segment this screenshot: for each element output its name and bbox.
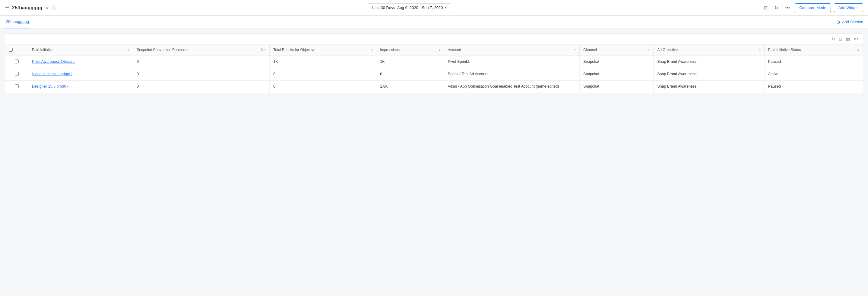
date-range-label: Last 30 Days: Aug 9, 2020 - Sep 7, 2020 [372, 5, 443, 10]
main-content: ↻ ⊟ ▦ ••• Paid Initiative ▾ [0, 28, 868, 98]
table-row: Pivot Awareness Object...01K1KPivot Spri… [5, 56, 863, 68]
add-section-button[interactable]: ⊕ Add Section [836, 19, 863, 25]
widget-more-button[interactable]: ••• [854, 36, 858, 42]
row-checkbox[interactable] [15, 72, 19, 76]
cell-total-results: 0 [270, 68, 376, 81]
row-checkbox[interactable] [15, 59, 19, 63]
cell-ad-objective: Snap Brand Awareness [654, 56, 765, 68]
header-left: ☰ 25thauggggg ★ ⓘ [5, 5, 56, 10]
date-range-button[interactable]: Last 30 Days: Aug 9, 2020 - Sep 7, 2020 … [368, 3, 451, 12]
cell-total-results: 0 [270, 81, 376, 93]
cell-paid-initiative-status: Active [764, 68, 863, 81]
tab-bar: 25thauggggg ⊕ Add Section [0, 16, 868, 28]
col-header-total-results: Total Results for Objective ▾ [270, 45, 376, 56]
select-all-header [5, 45, 28, 56]
cell-account: Vikas - App Optimization Goal enabled Te… [444, 81, 579, 93]
chevron-down-icon: ▾ [445, 6, 447, 10]
hamburger-icon[interactable]: ☰ [5, 5, 9, 10]
col-header-ad-objective: Ad Objective ▾ [654, 45, 765, 56]
chevron-down-icon[interactable]: ▾ [264, 48, 266, 52]
cell-total-results: 1K [270, 56, 376, 68]
table-row: Designer 15.5 prod0 - ...001.8KVikas - A… [5, 81, 863, 93]
cell-snapchat-conversion: 0 [133, 56, 270, 68]
compare-mode-button[interactable]: Compare Mode [795, 3, 831, 12]
add-section-label: Add Section [842, 20, 863, 24]
info-icon[interactable]: ⓘ [52, 5, 56, 10]
refresh-icon-button[interactable]: ↻ [773, 4, 780, 12]
cell-impressions: 1K [376, 56, 444, 68]
cell-channel: Snapchat [580, 81, 654, 93]
cell-paid-initiative: Video id check_update1 [28, 68, 133, 81]
col-header-paid-initiative-status: Paid Initiative Status ▾ [764, 45, 863, 56]
widget-toolbar: ↻ ⊟ ▦ ••• [5, 33, 863, 45]
paid-initiative-link[interactable]: Pivot Awareness Object... [32, 59, 75, 64]
filter-icon-button[interactable]: ⊟ [762, 4, 770, 12]
cell-snapchat-conversion: 0 [133, 68, 270, 81]
cell-channel: Snapchat [580, 56, 654, 68]
cell-channel: Snapchat [580, 68, 654, 81]
header-right: ⊟ ↻ ••• Compare Mode Add Widget [762, 3, 863, 12]
row-checkbox-cell [5, 68, 28, 81]
paid-initiative-link[interactable]: Designer 15.5 prod0 - ... [32, 84, 73, 88]
active-tab[interactable]: 25thauggggg [5, 16, 30, 28]
cell-paid-initiative: Designer 15.5 prod0 - ... [28, 81, 133, 93]
row-checkbox[interactable] [15, 84, 19, 88]
chevron-down-icon[interactable]: ▾ [648, 48, 650, 52]
add-section-icon: ⊕ [836, 19, 840, 25]
col-header-paid-initiative: Paid Initiative ▾ [28, 45, 133, 56]
widget-card: ↻ ⊟ ▦ ••• Paid Initiative ▾ [5, 33, 863, 93]
cell-impressions: 1.8K [376, 81, 444, 93]
add-widget-button[interactable]: Add Widget [834, 3, 863, 12]
top-header: ☰ 25thauggggg ★ ⓘ Last 30 Days: Aug 9, 2… [0, 0, 868, 16]
row-checkbox-cell [5, 81, 28, 93]
paid-initiative-link[interactable]: Video id check_update1 [32, 72, 72, 76]
cell-ad-objective: Snap Brand Awareness [654, 68, 765, 81]
cell-snapchat-conversion: 0 [133, 81, 270, 93]
cell-account: Pivot Sprinklr [444, 56, 579, 68]
table-row: Video id check_update1000Sprinklr Test A… [5, 68, 863, 81]
cell-account: Sprinklr Test Ad Account [444, 68, 579, 81]
chevron-down-icon[interactable]: ▾ [574, 48, 576, 52]
cell-paid-initiative: Pivot Awareness Object... [28, 56, 133, 68]
col-header-snapchat-conversion: Snapchat Conversion Purchases ⇅ ▾ [133, 45, 270, 56]
cell-paid-initiative-status: Paused [764, 56, 863, 68]
col-header-impressions: Impressions ▾ [376, 45, 444, 56]
cell-impressions: 0 [376, 68, 444, 81]
cell-paid-initiative-status: Paused [764, 81, 863, 93]
select-all-checkbox[interactable] [9, 48, 13, 52]
app-title: 25thauggggg [12, 5, 42, 10]
more-options-button[interactable]: ••• [783, 4, 792, 11]
col-header-account: Account ▾ [444, 45, 579, 56]
col-header-channel: Channel ▾ [580, 45, 654, 56]
data-table: Paid Initiative ▾ Snapchat Conversion Pu… [5, 45, 863, 93]
sort-icon[interactable]: ⇅ [260, 48, 263, 52]
row-checkbox-cell [5, 56, 28, 68]
widget-filter-button[interactable]: ⊟ [839, 36, 842, 42]
chevron-down-icon[interactable]: ▾ [128, 48, 129, 52]
widget-refresh-button[interactable]: ↻ [832, 36, 835, 42]
chevron-down-icon[interactable]: ▾ [371, 48, 372, 52]
chevron-down-icon[interactable]: ▾ [439, 48, 440, 52]
chevron-down-icon[interactable]: ▾ [858, 48, 859, 52]
star-icon[interactable]: ★ [45, 5, 49, 10]
cell-ad-objective: Snap Brand Awareness [654, 81, 765, 93]
chevron-down-icon[interactable]: ▾ [759, 48, 761, 52]
widget-chart-button[interactable]: ▦ [846, 36, 850, 42]
